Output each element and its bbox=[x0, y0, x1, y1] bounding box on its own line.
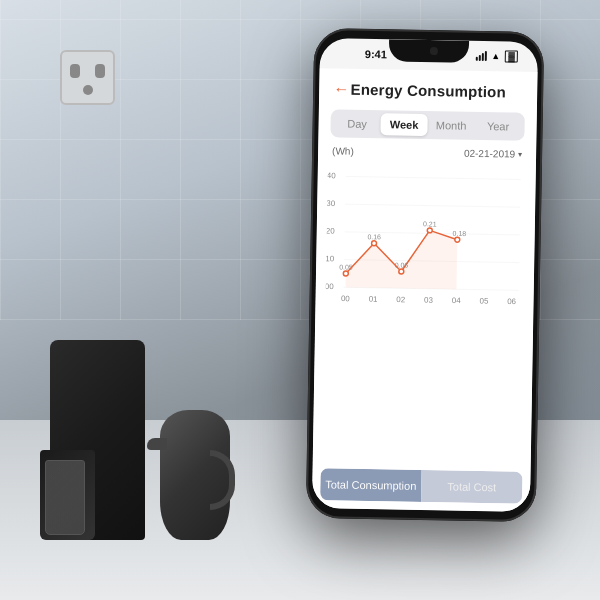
status-icons: ▲ ▓ bbox=[475, 50, 518, 63]
svg-line-6 bbox=[345, 204, 520, 207]
chart-svg-wrapper: 0.40 0.30 0.20 0.10 0.00 bbox=[325, 160, 526, 326]
svg-text:06: 06 bbox=[507, 297, 517, 306]
tab-week[interactable]: Week bbox=[380, 113, 427, 136]
data-point-1 bbox=[372, 241, 377, 246]
svg-text:02: 02 bbox=[396, 295, 405, 304]
tab-year[interactable]: Year bbox=[474, 115, 521, 138]
data-point-4 bbox=[455, 237, 460, 242]
svg-line-5 bbox=[346, 176, 521, 179]
data-point-2 bbox=[399, 269, 404, 274]
phone-notch bbox=[389, 39, 469, 62]
coffee-pot bbox=[40, 450, 95, 540]
tab-day[interactable]: Day bbox=[333, 112, 380, 135]
back-button[interactable]: ← bbox=[333, 80, 349, 98]
svg-text:0.20: 0.20 bbox=[325, 226, 335, 235]
tab-month[interactable]: Month bbox=[427, 114, 474, 137]
phone-frame: 9:41 ▲ ▓ ← Energy Consumpt bbox=[306, 28, 545, 522]
svg-text:03: 03 bbox=[424, 296, 434, 305]
chart-area-fill bbox=[346, 229, 458, 289]
svg-text:0.10: 0.10 bbox=[325, 254, 335, 263]
coffee-maker bbox=[40, 320, 170, 540]
svg-text:05: 05 bbox=[479, 297, 489, 306]
coffee-carafe bbox=[45, 460, 85, 535]
svg-text:0.06: 0.06 bbox=[395, 261, 409, 268]
app-header: ← Energy Consumption bbox=[319, 68, 538, 109]
svg-text:01: 01 bbox=[369, 295, 379, 304]
svg-text:0.05: 0.05 bbox=[339, 263, 353, 270]
signal-icon bbox=[475, 51, 486, 61]
svg-text:0.16: 0.16 bbox=[367, 233, 381, 240]
data-point-0 bbox=[343, 271, 348, 276]
app-content: ← Energy Consumption Day Week Month Year… bbox=[312, 68, 538, 512]
svg-text:0.00: 0.00 bbox=[325, 282, 334, 291]
outlet-hole-right bbox=[95, 64, 105, 78]
battery-icon: ▓ bbox=[505, 50, 518, 62]
tab-total-cost[interactable]: Total Cost bbox=[421, 470, 523, 504]
outlet-earth bbox=[83, 85, 93, 95]
chart-svg: 0.40 0.30 0.20 0.10 0.00 bbox=[325, 160, 526, 322]
bottom-tabs: Total Consumption Total Cost bbox=[320, 468, 523, 504]
svg-text:0.40: 0.40 bbox=[325, 171, 336, 180]
svg-text:0.21: 0.21 bbox=[423, 220, 437, 227]
page-title: Energy Consumption bbox=[350, 81, 506, 101]
outlet-hole-left bbox=[70, 64, 80, 78]
svg-text:0.30: 0.30 bbox=[325, 199, 336, 208]
kettle bbox=[155, 360, 245, 540]
status-time: 9:41 bbox=[340, 47, 387, 60]
svg-text:0.18: 0.18 bbox=[453, 230, 467, 237]
tab-total-consumption[interactable]: Total Consumption bbox=[320, 468, 422, 502]
phone: 9:41 ▲ ▓ ← Energy Consumpt bbox=[306, 28, 545, 522]
chart-unit: (Wh) bbox=[332, 145, 354, 156]
chart-header: (Wh) 02-21-2019 bbox=[328, 145, 526, 159]
chart-date[interactable]: 02-21-2019 bbox=[464, 148, 522, 160]
period-tabs: Day Week Month Year bbox=[330, 109, 524, 140]
svg-text:00: 00 bbox=[341, 294, 351, 303]
chart-container: (Wh) 02-21-2019 0.40 0.30 0.20 0.10 0.00 bbox=[315, 145, 536, 326]
data-point-3 bbox=[427, 228, 432, 233]
front-camera bbox=[430, 47, 438, 55]
wifi-icon: ▲ bbox=[491, 51, 500, 61]
wall-outlet bbox=[60, 50, 115, 105]
phone-screen: 9:41 ▲ ▓ ← Energy Consumpt bbox=[312, 38, 538, 512]
kettle-handle bbox=[210, 450, 235, 510]
svg-text:04: 04 bbox=[452, 296, 462, 305]
kettle-spout bbox=[147, 438, 167, 450]
